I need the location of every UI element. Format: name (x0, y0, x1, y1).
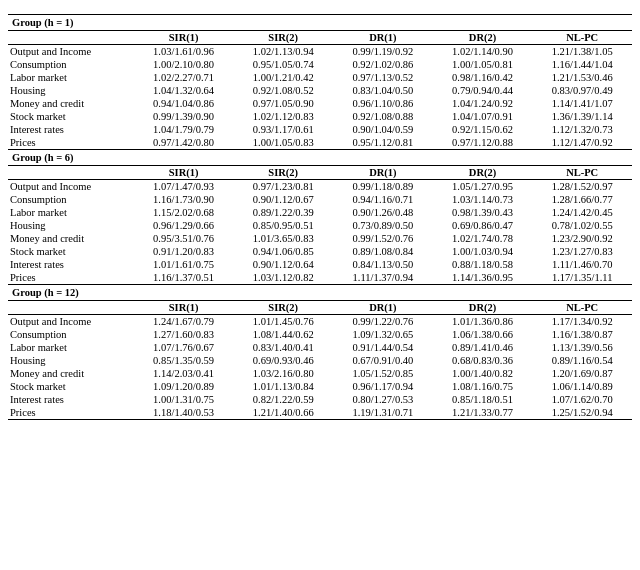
data-cell: 1.17/1.34/0.92 (532, 315, 632, 329)
data-cell: 0.99/1.39/0.90 (134, 110, 234, 123)
data-cell: 1.09/1.20/0.89 (134, 380, 234, 393)
row-label-cell: Prices (8, 406, 134, 420)
data-cell: 1.09/1.32/0.65 (333, 328, 433, 341)
data-cell: 0.99/1.52/0.76 (333, 232, 433, 245)
col-header-sir-1-: SIR(1) (134, 31, 234, 45)
data-cell: 0.68/0.83/0.36 (433, 354, 533, 367)
data-cell: 0.90/1.26/0.48 (333, 206, 433, 219)
data-cell: 0.90/1.12/0.67 (233, 193, 333, 206)
data-cell: 0.73/0.89/0.50 (333, 219, 433, 232)
data-cell: 1.21/1.38/1.05 (532, 45, 632, 59)
col-header-nl-pc: NL-PC (532, 31, 632, 45)
col-header-sir-2-: SIR(2) (233, 166, 333, 180)
row-label-cell: Housing (8, 84, 134, 97)
data-cell: 1.16/1.73/0.90 (134, 193, 234, 206)
data-cell: 1.00/1.05/0.83 (233, 136, 333, 150)
data-cell: 1.25/1.52/0.94 (532, 406, 632, 420)
main-table: Group (h = 1)SIR(1)SIR(2)DR(1)DR(2)NL-PC… (8, 14, 632, 420)
data-cell: 0.89/1.16/0.54 (532, 354, 632, 367)
data-cell: 1.01/1.36/0.86 (433, 315, 533, 329)
row-label-cell: Stock market (8, 110, 134, 123)
data-cell: 1.28/1.52/0.97 (532, 180, 632, 194)
table-row: Labor market1.15/2.02/0.680.89/1.22/0.39… (8, 206, 632, 219)
row-label-cell: Labor market (8, 206, 134, 219)
data-cell: 0.92/1.08/0.88 (333, 110, 433, 123)
data-cell: 1.08/1.44/0.62 (233, 328, 333, 341)
row-label-cell: Interest rates (8, 258, 134, 271)
data-cell: 1.02/2.27/0.71 (134, 71, 234, 84)
row-label-cell: Housing (8, 219, 134, 232)
data-cell: 1.28/1.66/0.77 (532, 193, 632, 206)
data-cell: 0.69/0.86/0.47 (433, 219, 533, 232)
data-cell: 1.12/1.47/0.92 (532, 136, 632, 150)
row-label-cell: Stock market (8, 380, 134, 393)
table-row: Housing0.85/1.35/0.590.69/0.93/0.460.67/… (8, 354, 632, 367)
data-cell: 1.00/1.03/0.94 (433, 245, 533, 258)
data-cell: 0.96/1.17/0.94 (333, 380, 433, 393)
col-header-nl-pc: NL-PC (532, 166, 632, 180)
data-cell: 0.69/0.93/0.46 (233, 354, 333, 367)
data-cell: 1.05/1.27/0.95 (433, 180, 533, 194)
data-cell: 1.01/1.45/0.76 (233, 315, 333, 329)
col-header-dr-2-: DR(2) (433, 301, 533, 315)
data-cell: 1.00/1.05/0.81 (433, 58, 533, 71)
data-cell: 0.92/1.02/0.86 (333, 58, 433, 71)
data-cell: 1.07/1.47/0.93 (134, 180, 234, 194)
data-cell: 1.11/1.37/0.94 (333, 271, 433, 285)
data-cell: 0.89/1.22/0.39 (233, 206, 333, 219)
table-row: Housing0.96/1.29/0.660.85/0.95/0.510.73/… (8, 219, 632, 232)
row-label-cell: Consumption (8, 58, 134, 71)
row-label-cell: Housing (8, 354, 134, 367)
data-cell: 1.11/1.46/0.70 (532, 258, 632, 271)
data-cell: 1.01/3.65/0.83 (233, 232, 333, 245)
row-label-cell: Output and Income (8, 45, 134, 59)
row-label-cell: Money and credit (8, 367, 134, 380)
data-cell: 1.07/1.76/0.67 (134, 341, 234, 354)
col-header-dr-2-: DR(2) (433, 31, 533, 45)
data-cell: 0.99/1.19/0.92 (333, 45, 433, 59)
data-cell: 1.03/1.12/0.82 (233, 271, 333, 285)
col-header-sir-1-: SIR(1) (134, 166, 234, 180)
table-row: Output and Income1.03/1.61/0.961.02/1.13… (8, 45, 632, 59)
data-cell: 1.18/1.40/0.53 (134, 406, 234, 420)
row-label-cell: Prices (8, 271, 134, 285)
row-label-cell: Consumption (8, 328, 134, 341)
data-cell: 0.92/1.15/0.62 (433, 123, 533, 136)
col-header-sir-2-: SIR(2) (233, 301, 333, 315)
table-row: Consumption1.00/2.10/0.800.95/1.05/0.740… (8, 58, 632, 71)
data-cell: 1.36/1.39/1.14 (532, 110, 632, 123)
data-cell: 1.23/1.27/0.83 (532, 245, 632, 258)
data-cell: 1.08/1.16/0.75 (433, 380, 533, 393)
data-cell: 1.21/1.33/0.77 (433, 406, 533, 420)
data-cell: 1.06/1.14/0.89 (532, 380, 632, 393)
data-cell: 0.92/1.08/0.52 (233, 84, 333, 97)
data-cell: 1.02/1.13/0.94 (233, 45, 333, 59)
table-row: Prices1.16/1.37/0.511.03/1.12/0.821.11/1… (8, 271, 632, 285)
data-cell: 0.96/1.10/0.86 (333, 97, 433, 110)
row-label-cell: Consumption (8, 193, 134, 206)
data-cell: 0.95/3.51/0.76 (134, 232, 234, 245)
data-cell: 0.97/1.42/0.80 (134, 136, 234, 150)
data-cell: 1.04/1.07/0.91 (433, 110, 533, 123)
table-row: Interest rates1.01/1.61/0.750.90/1.12/0.… (8, 258, 632, 271)
table-row: Consumption1.16/1.73/0.900.90/1.12/0.670… (8, 193, 632, 206)
row-label-cell: Output and Income (8, 180, 134, 194)
table-row: Output and Income1.07/1.47/0.930.97/1.23… (8, 180, 632, 194)
data-cell: 0.90/1.12/0.64 (233, 258, 333, 271)
data-cell: 1.14/1.41/1.07 (532, 97, 632, 110)
table-row: Money and credit0.94/1.04/0.860.97/1.05/… (8, 97, 632, 110)
table-row: Output and Income1.24/1.67/0.791.01/1.45… (8, 315, 632, 329)
data-cell: 1.00/1.21/0.42 (233, 71, 333, 84)
data-cell: 0.91/1.20/0.83 (134, 245, 234, 258)
col-header-sir-2-: SIR(2) (233, 31, 333, 45)
data-cell: 1.00/1.31/0.75 (134, 393, 234, 406)
table-row: Interest rates1.00/1.31/0.750.82/1.22/0.… (8, 393, 632, 406)
data-cell: 1.12/1.32/0.73 (532, 123, 632, 136)
col-header-dr-1-: DR(1) (333, 301, 433, 315)
data-cell: 0.98/1.16/0.42 (433, 71, 533, 84)
data-cell: 0.99/1.18/0.89 (333, 180, 433, 194)
data-cell: 0.79/0.94/0.44 (433, 84, 533, 97)
table-row: Prices1.18/1.40/0.531.21/1.40/0.661.19/1… (8, 406, 632, 420)
table-row: Money and credit1.14/2.03/0.411.03/2.16/… (8, 367, 632, 380)
data-cell: 1.14/1.36/0.95 (433, 271, 533, 285)
